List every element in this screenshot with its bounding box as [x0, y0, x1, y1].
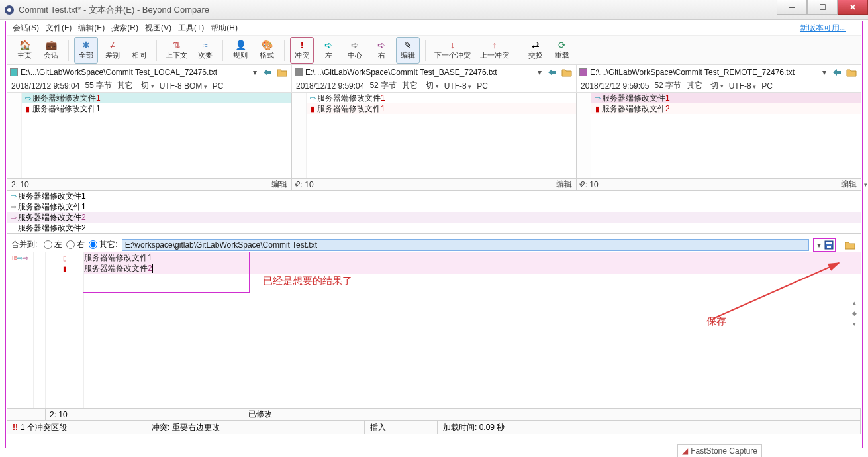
merge-to-right-radio[interactable]: 右 — [66, 239, 85, 250]
conflict-icon: ▯! — [12, 254, 17, 261]
output-pane[interactable]: ▯! ⇨ ⇨ ▯ ▮ 服务器端修改文件1 服务器端修改文件2 已经是想要的结果了… — [7, 252, 861, 409]
app-status-bar: !!1 个冲突区段 冲突: 重要右边更改 插入 加载时间: 0.09 秒 — [7, 421, 861, 434]
pane-left[interactable]: ⇨服务器端修改文件1 ▮服务器端修改文件1 — [7, 93, 292, 178]
info-left-date: 2018/12/12 9:59:04 — [11, 81, 79, 91]
path-right-text[interactable]: E:\...\GitLabWorkSpace\Commit Test_REMOT… — [590, 68, 820, 77]
tb-right[interactable]: ➪右 — [369, 37, 393, 64]
info-center-enc[interactable]: UTF-8 — [444, 81, 472, 91]
tb-conflict[interactable]: !冲突 — [290, 37, 314, 64]
svg-rect-3 — [826, 242, 832, 244]
menu-tools[interactable]: 工具(T) — [178, 23, 204, 34]
merge-to-left-radio[interactable]: 左 — [44, 239, 62, 250]
menu-search[interactable]: 搜索(R) — [111, 23, 138, 34]
asterisk-icon: ✱ — [80, 40, 92, 50]
title-bar: Commit Test.txt* - 文本合并(E) - Beyond Comp… — [0, 0, 868, 20]
arrow-right-icon: ➪ — [322, 40, 334, 50]
output-modified: 已修改 — [244, 409, 861, 420]
menu-view[interactable]: 视图(V) — [145, 23, 171, 34]
tb-home[interactable]: 🏠主页 — [13, 37, 36, 64]
toolbar-sep — [68, 40, 69, 61]
marker-down-icon[interactable]: ▾ — [850, 321, 858, 327]
menu-bar: 会话(S) 文件(F) 编辑(E) 搜索(R) 视图(V) 工具(T) 帮助(H… — [7, 21, 861, 36]
path-left-text[interactable]: E:\...\GitLabWorkSpace\Commit Test_LOCAL… — [21, 68, 250, 77]
pane-center-content[interactable]: ⇨服务器端修改文件1 ▮服务器端修改文件1 — [307, 93, 576, 178]
pane-left-content[interactable]: ⇨服务器端修改文件1 ▮服务器端修改文件1 — [22, 93, 291, 178]
format-icon: 🎨 — [261, 40, 273, 50]
output-content[interactable]: 服务器端修改文件1 服务器端修改文件2 已经是想要的结果了 保存 — [84, 252, 861, 408]
pane-right-content[interactable]: ⇨服务器端修改文件1 ▮服务器端修改文件2 — [591, 93, 861, 178]
tb-same[interactable]: ＝相同 — [127, 37, 151, 64]
tb-rules[interactable]: 👤规则 — [228, 37, 252, 64]
path-right-browse[interactable] — [845, 66, 858, 78]
toolbar-sep — [222, 40, 223, 61]
tb-edit[interactable]: ✎编辑 — [396, 37, 420, 64]
info-right-size: 52 字节 — [654, 80, 681, 91]
path-left-dropdown[interactable]: ▾ — [250, 68, 260, 77]
marker-diamond-icon[interactable]: ◆ — [850, 310, 858, 317]
status-left: 2: 10编辑▾ — [7, 179, 292, 190]
center-color-icon — [295, 68, 303, 76]
info-right-enc[interactable]: UTF-8 — [729, 81, 757, 91]
merge-save-box: ▾ — [813, 238, 836, 252]
menu-help[interactable]: 帮助(H) — [211, 23, 238, 34]
tb-format[interactable]: 🎨格式 — [255, 37, 279, 64]
info-center-size: 52 字节 — [369, 80, 397, 91]
left-color-icon — [10, 68, 18, 76]
merge-to-path-input[interactable] — [122, 239, 809, 251]
referee-icon: 👤 — [234, 40, 246, 50]
info-right-other[interactable]: 其它一切 — [687, 80, 724, 91]
new-version-link[interactable]: 新版本可用... — [800, 23, 846, 34]
info-center: 2018/12/12 9:59:04 52 字节 其它一切 UTF-8 PC — [292, 79, 577, 92]
path-center-history[interactable] — [546, 66, 559, 78]
info-center-other[interactable]: 其它一切 — [402, 80, 439, 91]
path-center: E:\...\GitLabWorkSpace\Commit Test_BASE_… — [292, 65, 577, 79]
status-center: 2: 10编辑▾ — [292, 179, 577, 190]
toolbar: 🏠主页 💼会话 ✱全部 ≠差别 ＝相同 ⇅上下文 ≈次要 👤规则 🎨格式 !冲突… — [7, 36, 861, 65]
tb-diff[interactable]: ≠差别 — [101, 37, 124, 64]
marker-up-icon[interactable]: ▴ — [850, 299, 858, 306]
save-icon[interactable] — [824, 240, 834, 250]
svg-line-5 — [713, 263, 839, 319]
arrow-up-icon: ↑ — [489, 40, 501, 50]
file-path-row: E:\...\GitLabWorkSpace\Commit Test_LOCAL… — [7, 65, 861, 79]
path-right-dropdown[interactable]: ▾ — [820, 68, 829, 77]
path-center-text[interactable]: E:\...\GitLabWorkSpace\Commit Test_BASE_… — [305, 68, 535, 77]
arrow-right-purple-icon: ⇨ — [9, 213, 18, 222]
menu-session[interactable]: 会话(S) — [13, 23, 39, 34]
tb-prev-conflict[interactable]: ↑上一冲突 — [477, 37, 512, 64]
merge-path-dropdown[interactable]: ▾ — [814, 240, 824, 250]
close-button[interactable]: ✕ — [838, 0, 868, 15]
tb-center[interactable]: ➪中心 — [343, 37, 367, 64]
tb-session[interactable]: 💼会话 — [39, 37, 63, 64]
menu-file[interactable]: 文件(F) — [46, 23, 72, 34]
path-center-dropdown[interactable]: ▾ — [535, 68, 544, 77]
toolbar-sep — [284, 40, 285, 61]
arrow-right-icon: ⇨ — [308, 94, 317, 103]
path-center-browse[interactable] — [560, 66, 573, 78]
path-left-browse[interactable] — [275, 66, 289, 78]
arrow-right-icon: ⇨ — [9, 192, 18, 201]
tb-swap[interactable]: ⇄交换 — [524, 37, 548, 64]
faststone-capture-bar: ◢ FastStone Capture — [677, 444, 762, 457]
toolbar-sep — [156, 40, 157, 61]
info-left-enc[interactable]: UTF-8 BOM — [160, 81, 207, 91]
merge-browse-button[interactable] — [844, 239, 857, 251]
tb-minor[interactable]: ≈次要 — [193, 37, 217, 64]
pane-right[interactable]: ⇨服务器端修改文件1 ▮服务器端修改文件2 — [577, 93, 861, 178]
path-right-history[interactable] — [830, 66, 844, 78]
tb-next-conflict[interactable]: ↓下一个冲突 — [431, 37, 474, 64]
menu-edit[interactable]: 编辑(E) — [78, 23, 105, 34]
info-left-other[interactable]: 其它一切 — [117, 80, 154, 91]
minimize-button[interactable]: ─ — [777, 0, 807, 15]
merge-combined-view[interactable]: ⇨服务器端修改文件1 ⇨服务器端修改文件1 ⇨服务器端修改文件2 服务器端修改文… — [7, 191, 861, 234]
pane-center[interactable]: ⇨服务器端修改文件1 ▮服务器端修改文件1 — [292, 93, 577, 178]
path-left-history[interactable] — [261, 66, 274, 78]
maximize-button[interactable]: ☐ — [807, 0, 838, 15]
tb-all[interactable]: ✱全部 — [74, 37, 98, 64]
tb-left[interactable]: ➪左 — [316, 37, 340, 64]
toolbar-sep — [425, 40, 426, 61]
info-right-date: 2018/12/12 9:59:05 — [581, 81, 649, 91]
tb-context[interactable]: ⇅上下文 — [162, 37, 191, 64]
tb-reload[interactable]: ⟳重载 — [550, 37, 574, 64]
merge-to-other-radio[interactable]: 其它: — [89, 239, 117, 250]
